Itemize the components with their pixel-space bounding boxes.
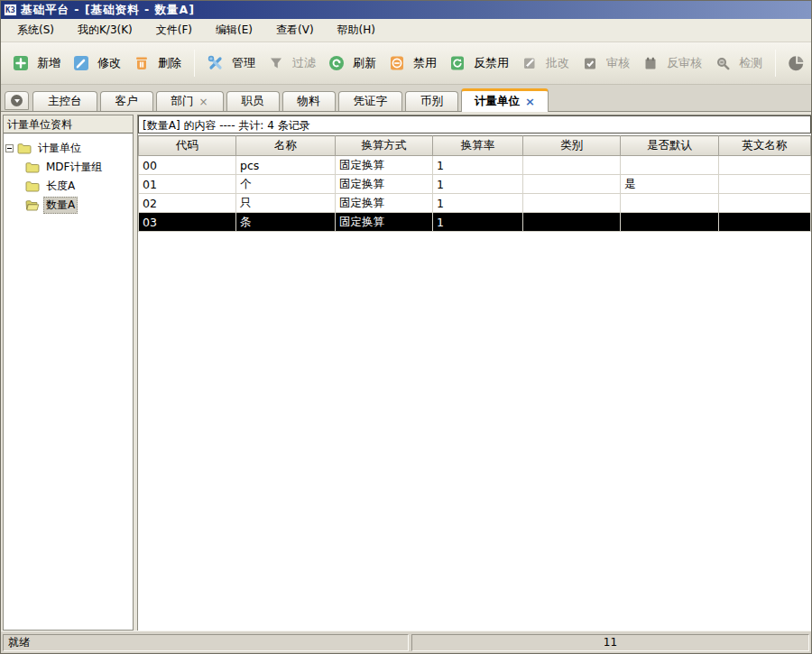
refresh-icon <box>328 55 345 71</box>
col-header-is-default[interactable]: 是否默认 <box>621 136 719 156</box>
col-header-category[interactable]: 类别 <box>523 136 621 156</box>
tab-voucher-word[interactable]: 凭证字 <box>338 91 403 111</box>
modify-button[interactable]: 修改 <box>67 51 127 76</box>
delete-button[interactable]: 删除 <box>127 51 188 76</box>
cell-category <box>523 194 621 213</box>
tree-item-label: 长度A <box>43 178 78 195</box>
cell-is-default: 是 <box>621 175 719 194</box>
unaudit-button[interactable]: 反审核 <box>636 51 708 76</box>
unaudit-icon <box>642 55 659 71</box>
status-bar: 就绪 11 <box>1 631 811 653</box>
audit-button[interactable]: 审核 <box>576 51 636 76</box>
enable-icon <box>449 55 466 71</box>
app-logo-icon: K3 <box>4 4 17 16</box>
menu-view[interactable]: 查看(V) <box>267 20 323 41</box>
cell-is-default <box>621 156 719 175</box>
close-icon[interactable]: × <box>199 97 208 107</box>
audit-label: 审核 <box>606 55 630 71</box>
tab-customer[interactable]: 客户 <box>100 91 153 111</box>
cell-conversion-rate: 1 <box>433 156 523 175</box>
unaudit-label: 反审核 <box>667 55 702 71</box>
cell-english-name <box>719 194 811 213</box>
collapse-expander-icon[interactable] <box>5 144 14 152</box>
toolbar-separator <box>194 50 195 77</box>
table-row[interactable]: 01 个 固定换算 1 是 <box>139 175 811 194</box>
tab-currency[interactable]: 币别 <box>405 91 458 111</box>
undisable-label: 反禁用 <box>474 55 509 71</box>
tab-employee[interactable]: 职员 <box>226 91 280 111</box>
menu-file[interactable]: 文件(F) <box>147 20 201 41</box>
unit-table: 代码 名称 换算方式 换算率 类别 是否默认 英文名称 00 pcs 固定换算 <box>138 135 811 232</box>
cell-name: 条 <box>236 213 336 232</box>
cell-code: 02 <box>139 194 236 213</box>
cell-category <box>523 213 621 232</box>
cell-conversion-method: 固定换算 <box>336 175 433 194</box>
cell-name: pcs <box>236 156 336 175</box>
disable-label: 禁用 <box>413 55 437 71</box>
table-row[interactable]: 00 pcs 固定换算 1 <box>139 156 811 175</box>
tree-item-unit-root[interactable]: 计量单位 <box>5 139 131 158</box>
toolbar-separator <box>775 50 776 77</box>
content-summary: [数量A] 的内容 ---- 共计: 4 条记录 <box>138 115 811 134</box>
detect-button[interactable]: 检测 <box>708 51 769 76</box>
cell-name: 只 <box>236 194 336 213</box>
manage-label: 管理 <box>232 55 255 71</box>
detect-label: 检测 <box>739 55 762 71</box>
col-header-conversion-method[interactable]: 换算方式 <box>336 136 433 156</box>
batch-edit-button[interactable]: 批改 <box>515 51 576 76</box>
folder-icon <box>25 180 40 192</box>
tree-item-label: 数量A <box>43 197 78 214</box>
chevron-down-icon <box>11 95 23 106</box>
modify-label: 修改 <box>97 55 121 71</box>
refresh-button[interactable]: 刷新 <box>322 51 383 76</box>
col-header-english-name[interactable]: 英文名称 <box>719 136 811 156</box>
filter-button[interactable]: 过滤 <box>262 51 322 76</box>
cell-code: 01 <box>139 175 236 194</box>
manage-button[interactable]: 管理 <box>201 51 262 76</box>
image-button[interactable]: 图片 <box>782 51 812 76</box>
audit-icon <box>582 55 598 71</box>
tab-measure-unit[interactable]: 计量单位× <box>461 88 549 112</box>
tab-department[interactable]: 部门× <box>156 91 224 111</box>
app-window: K3 基础平台 - [基础资料 - 数量A] 系统(S) 我的K/3(K) 文件… <box>0 0 812 654</box>
tree-item-length-a[interactable]: 长度A <box>5 177 131 196</box>
status-count: 11 <box>411 634 809 651</box>
cell-conversion-rate: 1 <box>433 175 523 194</box>
close-icon[interactable]: × <box>525 96 535 107</box>
tab-label: 部门 <box>171 94 194 109</box>
tab-label: 币别 <box>420 94 443 109</box>
new-button[interactable]: 新增 <box>6 51 67 76</box>
cell-english-name <box>719 213 811 232</box>
toolbar: 新增 修改 删除 管理 过滤 <box>1 42 811 85</box>
tab-console[interactable]: 主控台 <box>32 91 97 111</box>
menu-system[interactable]: 系统(S) <box>8 20 63 41</box>
content-area: 计量单位资料 计量单位 MDF计量组 <box>1 112 811 631</box>
filter-icon <box>268 55 284 71</box>
tree-item-mdf-group[interactable]: MDF计量组 <box>5 158 131 177</box>
tab-material[interactable]: 物料 <box>282 91 336 111</box>
col-header-code[interactable]: 代码 <box>139 136 236 156</box>
menu-my-k3[interactable]: 我的K/3(K) <box>69 20 142 41</box>
tab-label: 物料 <box>298 94 320 109</box>
col-header-conversion-rate[interactable]: 换算率 <box>433 136 523 156</box>
delete-label: 删除 <box>158 55 181 71</box>
tab-label: 主控台 <box>48 94 82 109</box>
disable-button[interactable]: 禁用 <box>383 51 443 76</box>
col-header-name[interactable]: 名称 <box>236 136 336 156</box>
add-icon <box>13 55 29 71</box>
edit-icon <box>73 55 89 71</box>
cell-conversion-method: 固定换算 <box>336 213 433 232</box>
table-row-selected[interactable]: 03 条 固定换算 1 <box>139 213 811 232</box>
tab-list-dropdown-button[interactable] <box>5 91 29 110</box>
menu-edit[interactable]: 编辑(E) <box>207 20 262 41</box>
image-icon <box>789 55 805 71</box>
batch-edit-icon <box>521 55 538 71</box>
table-row[interactable]: 02 只 固定换算 1 <box>139 194 811 213</box>
menu-help[interactable]: 帮助(H) <box>328 20 384 41</box>
folder-icon <box>17 143 32 154</box>
sidebar-panel: 计量单位资料 计量单位 MDF计量组 <box>3 115 134 631</box>
tree-item-quantity-a[interactable]: 数量A <box>5 196 131 215</box>
cell-conversion-rate: 1 <box>433 194 523 213</box>
open-folder-icon <box>25 199 40 211</box>
undisable-button[interactable]: 反禁用 <box>443 51 515 76</box>
